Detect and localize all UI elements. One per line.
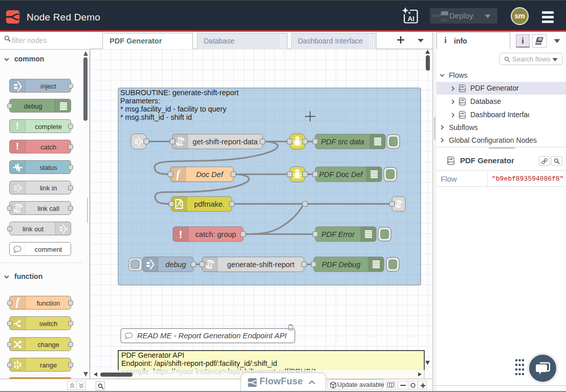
svg-text:!: !: [179, 228, 183, 240]
svg-text:PDF Generator API: PDF Generator API: [121, 351, 184, 359]
svg-text:PDF Doc Def: PDF Doc Def: [319, 170, 363, 179]
svg-text:READ ME - Report Generation En: READ ME - Report Generation Endpoint API: [137, 332, 287, 340]
svg-text:Parameters:: Parameters:: [120, 97, 160, 105]
svg-text:debug: debug: [165, 260, 186, 269]
svg-text:PDF Error: PDF Error: [321, 230, 355, 238]
svg-text:SUBROUTINE: generate-shift-rep: SUBROUTINE: generate-shift-report: [120, 89, 238, 97]
svg-text:get-shift-report-data: get-shift-report-data: [192, 138, 258, 146]
svg-text:Endpoint: /api/shift-report-pd: Endpoint: /api/shift-report-pdf/:facilit…: [121, 359, 277, 367]
svg-text:catch: group: catch: group: [195, 230, 236, 238]
svg-text:* msg.facility_id - facility t: * msg.facility_id - facility to query: [120, 105, 227, 113]
svg-text:AI: AI: [408, 15, 415, 23]
svg-text:pdfmake.: pdfmake.: [194, 200, 225, 208]
svg-text:generate-shift-report: generate-shift-report: [227, 260, 294, 269]
svg-text:* msg.shift_id - shift id: * msg.shift_id - shift id: [120, 113, 192, 121]
svg-text:PDF src data: PDF src data: [321, 138, 364, 146]
svg-text:PDF Debug: PDF Debug: [322, 260, 361, 269]
svg-text:Doc Def: Doc Def: [196, 170, 224, 179]
